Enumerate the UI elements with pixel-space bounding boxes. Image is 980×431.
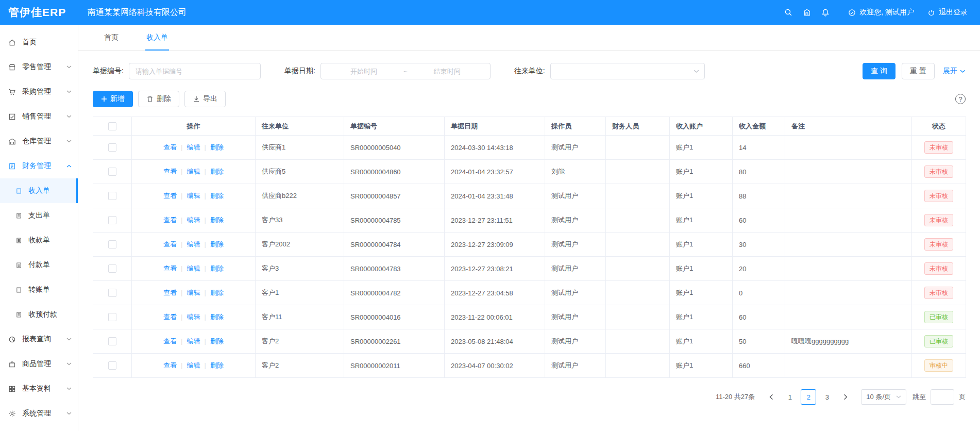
delete-link[interactable]: 删除 <box>210 216 224 224</box>
view-link[interactable]: 查看 <box>163 361 177 369</box>
cell-amount: 20 <box>733 257 785 281</box>
jump-unit: 页 <box>959 392 966 402</box>
sidebar-subitem[interactable]: 付款单 <box>0 253 78 277</box>
row-checkbox[interactable] <box>108 361 116 370</box>
edit-link[interactable]: 编辑 <box>187 337 200 345</box>
cell-finance <box>606 184 670 208</box>
delete-link[interactable]: 删除 <box>210 337 224 345</box>
unit-select[interactable] <box>550 63 705 79</box>
row-checkbox[interactable] <box>108 240 116 248</box>
home-building-icon[interactable] <box>798 0 816 25</box>
delete-link[interactable]: 删除 <box>210 192 224 200</box>
reset-button[interactable]: 重 置 <box>902 63 935 79</box>
sidebar-item-report[interactable]: 报表查询 <box>0 327 78 352</box>
link-separator: | <box>181 264 182 272</box>
edit-link[interactable]: 编辑 <box>187 361 200 369</box>
row-checkbox[interactable] <box>108 264 116 273</box>
delete-link[interactable]: 删除 <box>210 240 224 248</box>
date-range-picker[interactable]: ~ <box>320 63 491 79</box>
cell-unit: 客户33 <box>256 208 344 233</box>
view-link[interactable]: 查看 <box>163 289 177 296</box>
view-link[interactable]: 查看 <box>163 337 177 345</box>
row-checkbox[interactable] <box>108 168 116 176</box>
next-page-button[interactable] <box>838 389 853 405</box>
edit-link[interactable]: 编辑 <box>187 143 200 151</box>
jump-input[interactable] <box>931 389 954 405</box>
chevron-down-icon <box>694 70 699 73</box>
sidebar-subitem[interactable]: 收款单 <box>0 228 78 253</box>
view-link[interactable]: 查看 <box>163 313 177 321</box>
sidebar-item-finance[interactable]: 财务管理 <box>0 154 78 178</box>
search-button[interactable]: 查 询 <box>863 63 895 79</box>
page-buttons: 123 <box>781 389 836 405</box>
page-button-1[interactable]: 1 <box>782 389 798 405</box>
sidebar-item-warehouse[interactable]: 仓库管理 <box>0 129 78 154</box>
tab-home[interactable]: 首页 <box>103 25 120 50</box>
sidebar-item-retail[interactable]: 零售管理 <box>0 55 78 79</box>
sidebar-item-home[interactable]: 首页 <box>0 30 78 55</box>
row-checkbox[interactable] <box>108 289 116 297</box>
delete-link[interactable]: 删除 <box>210 313 224 321</box>
sidebar-subitem[interactable]: 转账单 <box>0 277 78 302</box>
expand-link[interactable]: 展开 <box>943 67 966 76</box>
income-table: 操作往来单位单据编号单据日期操作员财务人员收入账户收入金额备注状态 查看|编辑|… <box>93 117 966 378</box>
row-checkbox[interactable] <box>108 216 116 224</box>
sidebar-subitem[interactable]: 收预付款 <box>0 302 78 327</box>
help-icon[interactable]: ? <box>955 94 966 104</box>
delete-link[interactable]: 删除 <box>210 289 224 296</box>
sidebar-item-sales[interactable]: 销售管理 <box>0 104 78 129</box>
search-icon[interactable] <box>779 0 798 25</box>
page-button-2[interactable]: 2 <box>801 389 816 405</box>
status-badge: 未审核 <box>924 214 953 226</box>
sidebar: 首页零售管理采购管理销售管理仓库管理财务管理收入单支出单收款单付款单转账单收预付… <box>0 25 78 431</box>
edit-link[interactable]: 编辑 <box>187 313 200 321</box>
sidebar-subitem[interactable]: 支出单 <box>0 203 78 228</box>
delete-button[interactable]: 删除 <box>138 91 179 107</box>
edit-link[interactable]: 编辑 <box>187 289 200 296</box>
view-link[interactable]: 查看 <box>163 216 177 224</box>
bill-no-input[interactable] <box>129 63 261 79</box>
sidebar-item-purchase[interactable]: 采购管理 <box>0 79 78 104</box>
cell-unit: 客户11 <box>256 305 344 329</box>
add-button[interactable]: 新增 <box>93 91 133 107</box>
row-checkbox[interactable] <box>108 313 116 321</box>
view-link[interactable]: 查看 <box>163 143 177 151</box>
view-link[interactable]: 查看 <box>163 240 177 248</box>
row-checkbox[interactable] <box>108 337 116 345</box>
view-link[interactable]: 查看 <box>163 168 177 175</box>
page-button-3[interactable]: 3 <box>819 389 835 405</box>
date-end-input[interactable] <box>411 68 484 75</box>
cell-finance <box>606 136 670 160</box>
sidebar-item-basic[interactable]: 基本资料 <box>0 376 78 401</box>
row-checkbox[interactable] <box>108 192 116 200</box>
delete-link[interactable]: 删除 <box>210 168 224 175</box>
logout-button[interactable]: 退出登录 <box>927 8 968 17</box>
edit-link[interactable]: 编辑 <box>187 168 200 175</box>
delete-link[interactable]: 删除 <box>210 264 224 272</box>
view-link[interactable]: 查看 <box>163 192 177 200</box>
bell-icon[interactable] <box>816 0 835 25</box>
date-start-input[interactable] <box>327 68 400 75</box>
prev-page-button[interactable] <box>764 389 779 405</box>
edit-link[interactable]: 编辑 <box>187 240 200 248</box>
cell-date: 2023-12-27 23:04:58 <box>445 281 545 305</box>
delete-link[interactable]: 删除 <box>210 361 224 369</box>
tab-active[interactable]: 收入单 <box>145 25 169 50</box>
sidebar-item-goods[interactable]: 商品管理 <box>0 352 78 376</box>
cell-account: 账户1 <box>670 257 733 281</box>
sidebar-item-system[interactable]: 系统管理 <box>0 401 78 426</box>
edit-link[interactable]: 编辑 <box>187 264 200 272</box>
export-button[interactable]: 导出 <box>184 91 226 107</box>
row-checkbox[interactable] <box>108 143 116 152</box>
view-link[interactable]: 查看 <box>163 264 177 272</box>
page-size-select[interactable]: 10 条/页 <box>861 389 906 405</box>
edit-link[interactable]: 编辑 <box>187 216 200 224</box>
select-all-checkbox[interactable] <box>108 122 116 130</box>
tabbar: 首页收入单 <box>78 25 980 51</box>
edit-link[interactable]: 编辑 <box>187 192 200 200</box>
page-size-value: 10 条/页 <box>866 392 891 402</box>
delete-link[interactable]: 删除 <box>210 143 224 151</box>
sidebar-subitem[interactable]: 收入单 <box>0 178 78 203</box>
welcome-user[interactable]: 欢迎您, 测试用户 <box>848 8 914 17</box>
chevron-down-icon <box>66 90 72 93</box>
